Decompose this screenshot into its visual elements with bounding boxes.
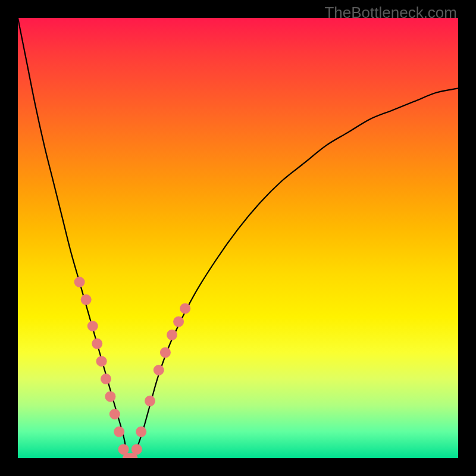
- chart-container: TheBottleneck.com: [0, 0, 476, 476]
- data-point: [160, 347, 171, 358]
- highlight-dots: [74, 277, 191, 458]
- data-point: [92, 339, 102, 349]
- data-point: [101, 374, 111, 384]
- data-point: [87, 321, 98, 331]
- plot-area: [18, 18, 458, 458]
- data-point: [96, 356, 107, 367]
- data-point: [105, 391, 115, 402]
- curve-svg: [18, 18, 458, 458]
- data-point: [131, 444, 142, 455]
- data-point: [74, 277, 85, 287]
- data-point: [180, 303, 190, 314]
- data-point: [145, 396, 155, 406]
- data-point: [109, 409, 120, 419]
- data-point: [167, 330, 177, 340]
- bottleneck-curve: [18, 18, 458, 458]
- data-point: [173, 317, 184, 327]
- data-point: [81, 295, 92, 305]
- data-point: [114, 427, 124, 437]
- data-point: [154, 365, 164, 375]
- data-point: [136, 427, 146, 437]
